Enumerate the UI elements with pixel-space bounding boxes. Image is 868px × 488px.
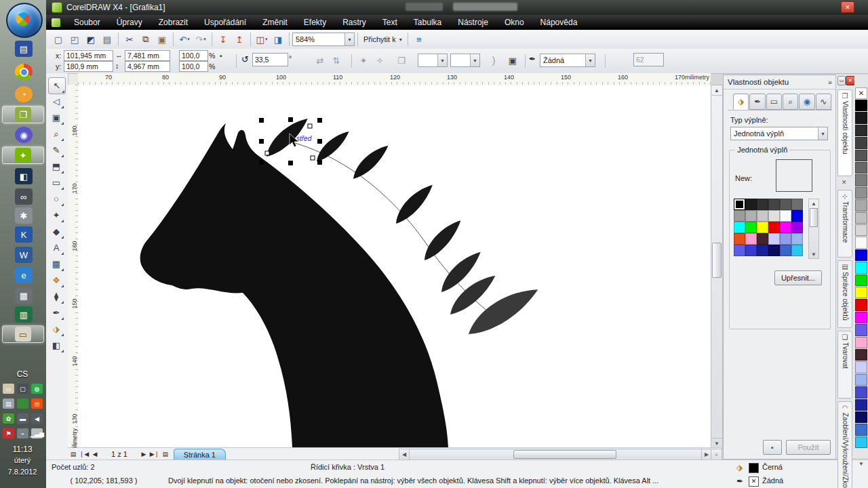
palette-swatch[interactable] bbox=[768, 199, 780, 210]
print-icon[interactable]: ▤ bbox=[100, 33, 115, 46]
scroll-right-icon[interactable]: ▶ bbox=[701, 449, 711, 460]
excel-icon[interactable]: ▥ bbox=[15, 306, 33, 323]
detail-tab-icon[interactable]: ⌕ bbox=[783, 94, 798, 110]
interactive-fill-tool[interactable]: ◧ bbox=[48, 338, 64, 353]
menu-efekty[interactable]: Efekty bbox=[296, 18, 334, 27]
folder-open-icon[interactable]: ▭ bbox=[2, 325, 44, 343]
infinity-icon[interactable]: ∞ bbox=[15, 188, 33, 205]
chrome-icon[interactable] bbox=[15, 64, 33, 80]
palette-swatch[interactable] bbox=[745, 199, 757, 210]
color-swatch[interactable] bbox=[855, 424, 867, 435]
outline-color-swatch[interactable]: ✕ bbox=[749, 476, 759, 487]
palette-scrollbar[interactable]: ▲ ▼ bbox=[808, 199, 819, 259]
color-swatch[interactable] bbox=[855, 299, 867, 310]
palette-swatch[interactable] bbox=[791, 245, 803, 256]
ie-icon[interactable]: e bbox=[15, 267, 33, 283]
start-button[interactable] bbox=[6, 3, 43, 38]
menu-uspořádání[interactable]: Uspořádání bbox=[196, 18, 254, 27]
scroll-left-icon[interactable]: ◀ bbox=[399, 449, 410, 460]
zoom-tool[interactable]: ⌕ bbox=[48, 126, 64, 142]
chevron-down-icon[interactable]: ▾ bbox=[203, 37, 206, 42]
last-page-icon[interactable]: ▶❘ bbox=[149, 449, 160, 459]
outline-pen-tool[interactable]: ✒ bbox=[48, 305, 64, 321]
clock-time[interactable]: 11:13 bbox=[0, 445, 45, 454]
palette-swatch[interactable] bbox=[757, 199, 768, 210]
palette-swatch[interactable] bbox=[768, 222, 780, 233]
chevron-down-icon[interactable]: ▾ bbox=[187, 37, 190, 42]
new-document-icon[interactable]: ▢ bbox=[51, 33, 66, 46]
palette-swatch[interactable] bbox=[757, 233, 768, 245]
cut-icon[interactable]: ✂ bbox=[122, 33, 137, 46]
color-swatch[interactable] bbox=[855, 162, 867, 174]
color-swatch[interactable] bbox=[855, 374, 867, 386]
object-height-field[interactable]: 4,967 mm bbox=[125, 61, 170, 72]
menu-nástroje[interactable]: Nástroje bbox=[450, 18, 496, 27]
palette-swatch[interactable] bbox=[757, 222, 768, 233]
options-icon[interactable]: ≡ bbox=[412, 33, 427, 46]
end-arrowhead-combo[interactable]: ▾ bbox=[450, 54, 480, 67]
color-swatch[interactable] bbox=[855, 274, 867, 286]
palette-swatch[interactable] bbox=[745, 233, 757, 245]
palette-swatch[interactable] bbox=[757, 210, 768, 222]
tools-icon[interactable]: ✱ bbox=[15, 207, 33, 224]
rotation-angle-field[interactable]: 33,5 bbox=[252, 53, 288, 66]
close-curve-icon[interactable]: ) bbox=[486, 54, 501, 67]
palette-swatch[interactable] bbox=[791, 199, 803, 210]
palette-scroll-thumb[interactable] bbox=[810, 208, 818, 227]
redo-icon[interactable]: ↷▾ bbox=[193, 33, 208, 46]
no-color-swatch[interactable]: ✕ bbox=[855, 87, 867, 99]
wrap-paragraph-text-icon[interactable]: ▣ bbox=[505, 54, 520, 67]
polygon-tool[interactable]: ✦ bbox=[48, 207, 64, 223]
color-swatch[interactable] bbox=[855, 361, 867, 373]
zoom-level-combo[interactable]: 584% ▾ bbox=[292, 33, 355, 46]
side-tab-zaoblen-vykrou-en-zkosen-[interactable]: ◠Zaoblení/Vykroužení/Zkosení bbox=[837, 401, 852, 488]
tray-plug-icon[interactable]: ⌁ bbox=[17, 428, 28, 439]
language-indicator[interactable]: CS bbox=[0, 369, 45, 379]
docker-chevrons-icon[interactable]: » bbox=[828, 78, 832, 86]
add-page-left-icon[interactable]: ▤ bbox=[68, 449, 79, 459]
color-swatch[interactable] bbox=[855, 187, 867, 199]
outline-tab-icon[interactable]: ✒ bbox=[749, 94, 765, 110]
scroll-up-icon[interactable]: ▲ bbox=[711, 85, 722, 96]
start-arrowhead-combo[interactable]: ▾ bbox=[418, 54, 448, 67]
palette-swatch[interactable] bbox=[780, 233, 791, 245]
tray-flag-icon[interactable]: ⚑ bbox=[3, 428, 14, 439]
palette-swatch[interactable] bbox=[780, 199, 791, 210]
color-swatch[interactable] bbox=[855, 199, 867, 211]
general-tab-icon[interactable]: ▭ bbox=[766, 94, 782, 110]
horizontal-ruler[interactable]: milimetry 708090100110120130140150160170 bbox=[78, 73, 711, 85]
color-swatch[interactable] bbox=[855, 436, 867, 448]
scroll-down-icon[interactable]: ▼ bbox=[809, 250, 818, 258]
scroll-up-icon[interactable]: ▲ bbox=[809, 199, 818, 207]
eyedropper-tool[interactable]: ⧫ bbox=[48, 289, 64, 304]
word-icon[interactable]: W bbox=[15, 247, 33, 263]
color-swatch[interactable] bbox=[855, 337, 867, 348]
palette-swatch[interactable] bbox=[734, 222, 745, 233]
palette-swatch[interactable] bbox=[791, 233, 803, 245]
calculator-icon[interactable]: ▦ bbox=[15, 287, 33, 304]
color-swatch[interactable] bbox=[855, 137, 867, 148]
side-tab-transformace[interactable]: ⊹Transformace bbox=[837, 190, 852, 258]
palette-swatch[interactable] bbox=[734, 245, 745, 256]
copy-icon[interactable]: ⧉ bbox=[138, 33, 153, 46]
tray-corel-swirl-icon[interactable]: ◍ bbox=[31, 384, 43, 394]
color-swatch[interactable] bbox=[855, 125, 867, 136]
color-swatch[interactable] bbox=[855, 349, 867, 361]
color-swatch[interactable] bbox=[855, 174, 867, 186]
outline-width-combo[interactable]: Žádná ▾ bbox=[540, 54, 595, 67]
palette-swatch[interactable] bbox=[734, 199, 745, 210]
freehand-tool[interactable]: ✎ bbox=[48, 142, 64, 158]
palette-swatch[interactable] bbox=[734, 233, 745, 245]
menu-rastry[interactable]: Rastry bbox=[334, 18, 374, 27]
combine-icon[interactable]: ❒ bbox=[394, 54, 409, 67]
palette-swatch[interactable] bbox=[757, 245, 768, 256]
fill-type-combo[interactable]: Jednotná výplň ▾ bbox=[730, 127, 828, 140]
photoshop-icon[interactable]: ◧ bbox=[15, 168, 33, 184]
smooth-node-icon[interactable]: ✧ bbox=[372, 54, 387, 67]
palette-swatch[interactable] bbox=[768, 245, 780, 256]
palette-swatch[interactable] bbox=[745, 222, 757, 233]
side-tab-vlastnosti-objektu[interactable]: ❐Vlastnosti objektu bbox=[837, 89, 852, 176]
color-swatch[interactable] bbox=[855, 112, 867, 123]
open-icon[interactable]: ◰ bbox=[67, 33, 82, 46]
docker-close-button[interactable]: ✕ bbox=[846, 76, 855, 85]
